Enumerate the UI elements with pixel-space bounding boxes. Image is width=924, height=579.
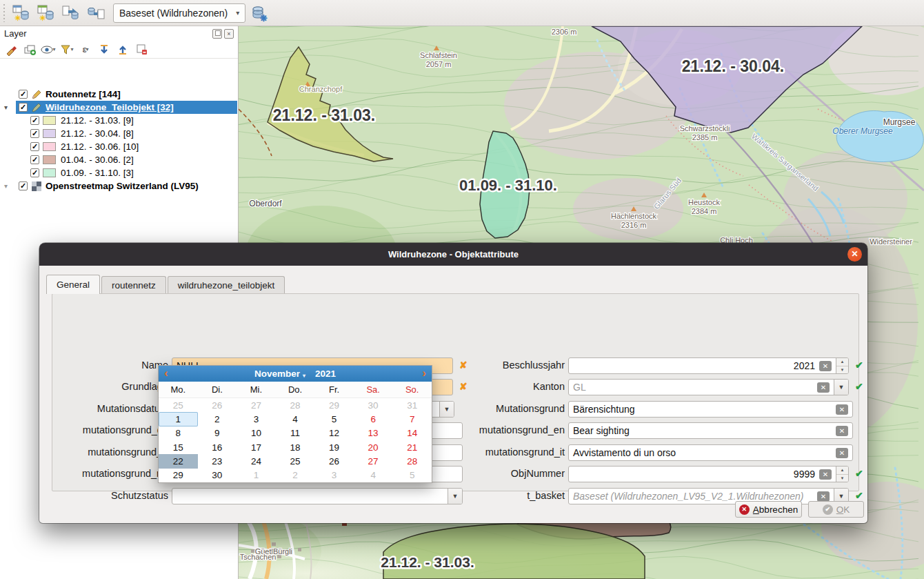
calendar-day[interactable]: 18	[276, 440, 315, 454]
calendar-year[interactable]: 2021	[315, 369, 336, 379]
dataset-selector[interactable]: Baseset (Wildruhezonen) ▾	[113, 3, 245, 23]
combo-arrow-icon[interactable]: ▼	[448, 489, 462, 504]
calendar-day[interactable]: 15	[159, 440, 198, 454]
calendar-day[interactable]: 21	[392, 440, 432, 454]
calendar-day[interactable]: 19	[314, 440, 354, 454]
dataset-manager-icon[interactable]: ❋	[250, 3, 270, 23]
combo-arrow-icon[interactable]: ▼	[834, 380, 848, 395]
calendar-day[interactable]: 14	[392, 426, 432, 440]
calendar-day[interactable]: 10	[237, 426, 276, 440]
legend-checkbox[interactable]: ✓	[30, 155, 39, 164]
clear-value-icon[interactable]: ✕	[836, 448, 848, 458]
tab-wildruhezone-teilobjekt[interactable]: wildruhezone_teilobjekt	[168, 276, 285, 294]
legend-row[interactable]: ✓ 01.09. - 31.10. [3]	[0, 166, 238, 179]
clear-value-icon[interactable]: ✕	[817, 382, 830, 393]
calendar-day[interactable]: 2	[276, 469, 315, 482]
filter-legend-icon[interactable]: ▾	[59, 42, 75, 57]
layer-row-osm[interactable]: ▾ ✓ Openstreetmap Switzerland (LV95)	[0, 179, 238, 193]
legend-checkbox[interactable]: ✓	[30, 168, 39, 177]
tab-routennetz[interactable]: routennetz	[101, 276, 166, 294]
calendar-day[interactable]: 5	[314, 412, 354, 426]
layer-row-wildruhezone[interactable]: ▾ ✓ Wildruhezone_Teilobjekt [32]	[0, 101, 238, 114]
calendar-day[interactable]: 3	[314, 469, 354, 482]
clear-value-icon[interactable]: ✕	[836, 426, 848, 436]
calendar-day[interactable]: 1	[159, 412, 198, 426]
calendar-day[interactable]: 17	[237, 440, 276, 454]
tab-general[interactable]: General	[46, 275, 100, 294]
calendar-day[interactable]: 2	[198, 412, 237, 426]
mutationsgrund-field[interactable]: Bärensichtung ✕	[568, 401, 853, 418]
legend-row[interactable]: ✓ 01.04. - 30.06. [2]	[0, 153, 238, 166]
calendar-day[interactable]: 30	[354, 398, 393, 412]
add-group-icon[interactable]	[21, 42, 38, 57]
legend-row[interactable]: ✓ 21.12. - 31.03. [9]	[0, 114, 238, 127]
calendar-day[interactable]: 5	[392, 469, 432, 482]
calendar-day[interactable]: 6	[354, 412, 393, 426]
styling-brush-icon[interactable]	[3, 42, 19, 57]
toolbar-drag-handle[interactable]	[1, 4, 7, 22]
calendar-day[interactable]: 1	[237, 469, 276, 482]
expand-arrow-icon[interactable]: ▾	[4, 104, 8, 111]
expression-filter-icon[interactable]: ε▾	[77, 42, 94, 57]
calendar-day[interactable]: 26	[198, 398, 237, 412]
ok-button[interactable]: ✔ OK	[808, 501, 864, 518]
layer-checkbox[interactable]: ✓	[19, 90, 28, 99]
combo-arrow-icon[interactable]: ▼	[439, 402, 454, 417]
calendar-day[interactable]: 24	[237, 454, 276, 468]
clear-value-icon[interactable]: ✕	[819, 361, 832, 371]
calendar-day[interactable]: 23	[198, 454, 237, 468]
calendar-day[interactable]: 9	[198, 426, 237, 440]
legend-checkbox[interactable]: ✓	[30, 116, 39, 125]
generate-project-icon[interactable]: ✳	[36, 3, 57, 23]
calendar-day[interactable]: 28	[276, 398, 315, 412]
expand-all-icon[interactable]	[96, 42, 112, 57]
calendar-day[interactable]: 22	[159, 454, 198, 468]
generate-model-icon[interactable]: ✳	[11, 3, 32, 23]
calendar-day[interactable]: 7	[392, 412, 432, 426]
legend-row[interactable]: ✓ 21.12. - 30.04. [8]	[0, 127, 238, 140]
calendar-day[interactable]: 8	[159, 426, 198, 440]
mutationsgrund-it-field[interactable]: Avvistamento di un orso ✕	[568, 444, 853, 461]
calendar-day[interactable]: 12	[314, 426, 354, 440]
panel-close-icon[interactable]: ×	[224, 29, 234, 39]
map-themes-eye-icon[interactable]: ▾	[40, 42, 57, 57]
dialog-close-icon[interactable]: ✕	[847, 247, 862, 262]
calendar-day[interactable]: 25	[276, 454, 315, 468]
spinbox-buttons[interactable]: ▲▼	[836, 358, 848, 373]
clear-value-icon[interactable]: ✕	[817, 491, 830, 502]
calendar-day[interactable]: 31	[392, 398, 432, 412]
layer-checkbox[interactable]: ✓	[19, 103, 28, 112]
t-basket-field[interactable]: Baseset (Wildruhezonen_LV95_V2_1.Wildruh…	[568, 488, 849, 504]
calendar-day[interactable]: 4	[354, 469, 393, 482]
remove-layer-icon[interactable]	[133, 42, 150, 57]
legend-checkbox[interactable]: ✓	[30, 129, 39, 138]
calendar-day[interactable]: 13	[354, 426, 393, 440]
calendar-month[interactable]: November	[254, 369, 300, 379]
dialog-titlebar[interactable]: Wildruhezone - Objektattribute ✕	[39, 243, 867, 266]
export-data-icon[interactable]	[86, 3, 106, 23]
calendar-prev-icon[interactable]: ‹	[164, 366, 168, 381]
calendar-day[interactable]: 3	[237, 412, 276, 426]
calendar-day[interactable]: 20	[354, 440, 393, 454]
calendar-day[interactable]: 11	[276, 426, 315, 440]
calendar-day[interactable]: 30	[198, 469, 237, 482]
mutationsgrund-en-field[interactable]: Bear sighting ✕	[568, 422, 853, 439]
clear-value-icon[interactable]: ✕	[836, 404, 848, 415]
clear-value-icon[interactable]: ✕	[819, 469, 832, 480]
cancel-button[interactable]: ✕ Abbrechen	[735, 501, 802, 518]
legend-row[interactable]: ✓ 21.12. - 30.06. [10]	[0, 140, 238, 153]
collapse-all-icon[interactable]	[114, 42, 131, 57]
layer-row-routennetz[interactable]: ✓ Routennetz [144]	[0, 88, 238, 101]
calendar-day[interactable]: 27	[354, 454, 393, 468]
objnummer-field[interactable]: 9999 ✕ ▲▼	[568, 466, 849, 482]
calendar-day[interactable]: 27	[237, 398, 276, 412]
legend-checkbox[interactable]: ✓	[30, 142, 39, 151]
calendar-day[interactable]: 25	[159, 398, 198, 412]
schutzstatus-field[interactable]: ▼	[172, 488, 463, 504]
import-data-icon[interactable]	[61, 3, 81, 23]
beschlussjahr-field[interactable]: 2021 ✕ ▲▼	[568, 357, 849, 374]
calendar-day[interactable]: 29	[314, 398, 354, 412]
calendar-day[interactable]: 16	[198, 440, 237, 454]
layer-checkbox[interactable]: ✓	[19, 181, 28, 190]
calendar-next-icon[interactable]: ›	[422, 366, 426, 381]
